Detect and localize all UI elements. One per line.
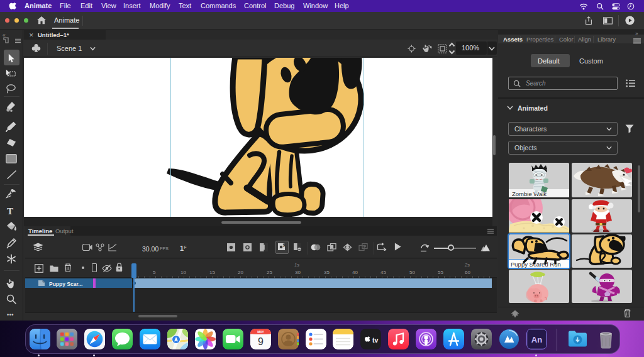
svg-text:A: A [283, 244, 286, 248]
svg-text:tv: tv [372, 336, 378, 343]
svg-text:MAY: MAY [257, 329, 264, 333]
svg-text:9: 9 [258, 336, 264, 346]
svg-text:An: An [531, 335, 542, 344]
